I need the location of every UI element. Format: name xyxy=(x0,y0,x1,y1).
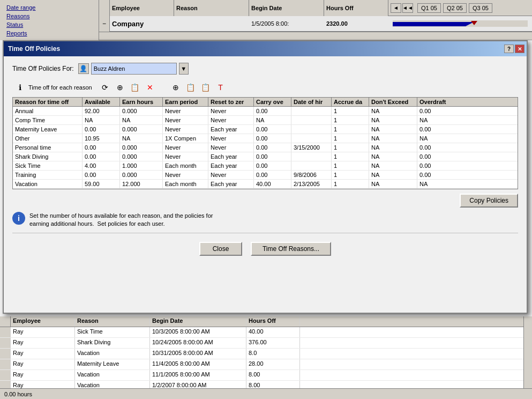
cell-carry-over: 0.00 xyxy=(254,134,291,143)
q3-btn[interactable]: Q3 05 xyxy=(469,3,492,13)
progress-bar xyxy=(393,20,528,27)
cell-reason: Personal time xyxy=(13,143,83,152)
bottom-grid-row[interactable]: Ray Shark Diving 10/24/2005 8:00:00 AM 3… xyxy=(0,338,532,349)
inner-grid-row[interactable]: Maternity Leave 0.00 0.000 Never Each ye… xyxy=(13,125,518,134)
help-button[interactable]: ? xyxy=(504,45,514,53)
bottom-grid-header: Employee Reason Begin Date Hours Off xyxy=(0,316,532,327)
bottom-employee: Ray xyxy=(11,327,75,337)
inner-grid-row[interactable]: Annual 92.00 0.000 Never Never 0.00 1 NA… xyxy=(13,107,518,116)
cell-reset: Each year xyxy=(208,161,254,170)
inner-grid-row[interactable]: Personal time 0.00 0.000 Never Never 0.0… xyxy=(13,143,518,152)
company-row: − Company 1/5/2005 8:00: 2320.00 xyxy=(99,16,532,32)
bottom-grid-row[interactable]: Ray Vacation 11/1/2005 8:00:00 AM 8.00 xyxy=(0,370,532,381)
cell-earn-hours: 0.000 xyxy=(120,143,163,152)
prev-button[interactable]: ◄ xyxy=(391,3,401,13)
cell-available: 0.00 xyxy=(83,152,120,161)
for-row: Time Off Policies For: 👤 Buzz Aldren ▼ xyxy=(12,63,518,75)
inner-grid-row[interactable]: Training 0.00 0.000 Never Never 0.00 9/8… xyxy=(13,171,518,180)
inner-grid-row[interactable]: Other 10.95 NA 1X Compen Never 0.00 1 NA… xyxy=(13,134,518,143)
modal-close-button[interactable]: ✕ xyxy=(515,45,524,53)
cell-accrue: 1 xyxy=(332,152,369,161)
bottom-hours-off: 8.0 xyxy=(246,349,300,359)
time-off-reasons-button[interactable]: Time Off Reasons... xyxy=(251,242,331,256)
bottom-grid-row[interactable]: Ray Sick Time 10/3/2005 8:00:00 AM 40.00 xyxy=(0,327,532,338)
user-select-input[interactable]: Buzz Aldren xyxy=(91,63,177,75)
cell-earn-period: Never xyxy=(163,116,208,124)
cell-carry-over: 0.00 xyxy=(254,125,291,134)
text-icon[interactable]: T xyxy=(214,81,227,94)
modal-content: Time Off Policies For: 👤 Buzz Aldren ▼ ℹ… xyxy=(4,56,527,262)
cell-accrue: 1 xyxy=(332,171,369,179)
col-h-reset: Reset to zer xyxy=(208,98,254,106)
cell-dont-exceed: NA xyxy=(369,134,417,143)
cell-reason: Maternity Leave xyxy=(13,125,83,134)
bottom-begin-date: 10/3/2005 8:00:00 AM xyxy=(150,327,246,337)
modal-title: Time Off Policies xyxy=(8,45,60,53)
cell-date-hire xyxy=(291,125,332,134)
sidebar-item-date-range[interactable]: Date range xyxy=(4,3,94,12)
info-icon: ℹ xyxy=(13,81,26,94)
cell-available: 0.00 xyxy=(83,125,120,134)
q2-btn[interactable]: Q2 05 xyxy=(443,3,467,13)
col-hours-off: Hours Off xyxy=(324,0,388,16)
cell-available: 4.00 xyxy=(83,161,120,170)
bottom-begin-date: 11/1/2005 8:00:00 AM xyxy=(150,370,246,380)
first-button[interactable]: ◄◄ xyxy=(402,3,413,13)
dropdown-arrow-button[interactable]: ▼ xyxy=(179,63,189,75)
cell-carry-over: 40.00 xyxy=(254,180,291,188)
cell-reset: Never xyxy=(208,171,254,179)
cell-reason: Vacation xyxy=(13,180,83,188)
copy-policies-button[interactable]: Copy Policies xyxy=(460,194,518,208)
delete-icon[interactable]: ✕ xyxy=(144,81,156,94)
calendar-icon[interactable]: 📋 xyxy=(184,81,197,94)
close-button[interactable]: Close xyxy=(199,242,242,256)
cell-overdraft: 0.00 xyxy=(417,171,455,179)
sidebar-item-reports[interactable]: Reports xyxy=(4,29,94,38)
bottom-grid-row[interactable]: Ray Vacation 10/31/2005 8:00:00 AM 8.0 xyxy=(0,349,532,359)
cell-earn-period: Never xyxy=(163,171,208,179)
inner-grid-header: Reason for time off Available Earn hours… xyxy=(13,98,518,107)
company-name: Company xyxy=(110,20,174,28)
cell-dont-exceed: NA xyxy=(369,152,417,161)
cell-available: 92.00 xyxy=(83,107,120,115)
cell-accrue: 1 xyxy=(332,134,369,143)
cell-reason: Comp Time xyxy=(13,116,83,124)
top-bar: Date range Reasons Status Reports Employ… xyxy=(0,0,532,40)
inner-grid-row[interactable]: Sick Time 4.00 1.000 Each month Each yea… xyxy=(13,161,518,171)
row-indicator xyxy=(0,370,11,380)
cell-date-hire: 2/13/2005 xyxy=(291,180,332,188)
modal-title-buttons: ? ✕ xyxy=(504,45,524,53)
modal-footer: Close Time Off Reasons... xyxy=(12,242,518,256)
scrollbar-right[interactable] xyxy=(523,316,532,399)
bottom-begin-date: 10/24/2005 8:00:00 AM xyxy=(150,338,246,348)
sidebar-item-status[interactable]: Status xyxy=(4,20,94,29)
copy-icon[interactable]: 📋 xyxy=(129,81,141,94)
company-hours-off: 2320.00 xyxy=(324,20,388,27)
cell-dont-exceed: NA xyxy=(369,125,417,134)
q1-btn[interactable]: Q1 05 xyxy=(417,3,441,13)
bottom-employee: Ray xyxy=(11,370,75,380)
bottom-employee: Ray xyxy=(11,359,75,370)
cell-reset: Never xyxy=(208,134,254,143)
cell-overdraft: 0.00 xyxy=(417,143,455,152)
cell-earn-hours: 1.000 xyxy=(120,161,163,170)
add-icon[interactable]: ⊕ xyxy=(114,81,126,94)
calendar2-icon[interactable]: 📋 xyxy=(199,81,212,94)
cell-dont-exceed: NA xyxy=(369,143,417,152)
inner-grid-row[interactable]: Vacation 59.00 12.000 Each month Each ye… xyxy=(13,180,518,189)
cell-overdraft: NA xyxy=(417,180,455,188)
cell-reset: Never xyxy=(208,143,254,152)
inner-grid-row[interactable]: Shark Diving 0.00 0.000 Never Each year … xyxy=(13,152,518,161)
bottom-grid-row[interactable]: Ray Maternity Leave 11/4/2005 8:00:00 AM… xyxy=(0,359,532,370)
main-window: Date range Reasons Status Reports Employ… xyxy=(0,0,532,399)
modal-title-bar: Time Off Policies ? ✕ xyxy=(4,41,527,56)
earn-icon[interactable]: ⊕ xyxy=(169,81,182,94)
sidebar-item-reasons[interactable]: Reasons xyxy=(4,12,94,20)
col-reason: Reason xyxy=(174,0,249,16)
bottom-hours-off: 28.00 xyxy=(246,359,300,370)
bottom-reason: Shark Diving xyxy=(75,338,150,348)
refresh-icon[interactable]: ⟳ xyxy=(99,81,111,94)
row-indicator xyxy=(0,338,11,348)
inner-grid-row[interactable]: Comp Time NA NA Never Never NA 1 NA NA xyxy=(13,116,518,125)
cell-carry-over: 0.00 xyxy=(254,143,291,152)
